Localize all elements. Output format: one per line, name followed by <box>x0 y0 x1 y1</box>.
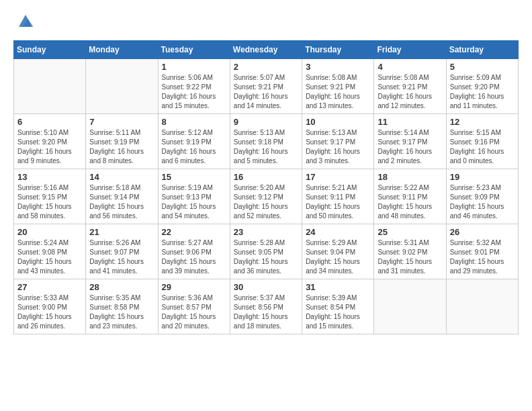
day-detail: Sunrise: 5:12 AM Sunset: 9:19 PM Dayligh… <box>162 128 226 166</box>
day-detail: Sunrise: 5:37 AM Sunset: 8:56 PM Dayligh… <box>234 293 298 331</box>
calendar-cell: 16Sunrise: 5:20 AM Sunset: 9:12 PM Dayli… <box>230 169 302 224</box>
day-number: 18 <box>378 172 442 182</box>
day-number: 23 <box>234 227 298 237</box>
calendar-cell: 18Sunrise: 5:22 AM Sunset: 9:11 PM Dayli… <box>374 169 446 224</box>
day-header-friday: Friday <box>374 41 446 59</box>
calendar-cell: 7Sunrise: 5:11 AM Sunset: 9:19 PM Daylig… <box>86 114 158 169</box>
calendar-week-row: 1Sunrise: 5:06 AM Sunset: 9:22 PM Daylig… <box>14 59 519 114</box>
day-detail: Sunrise: 5:36 AM Sunset: 8:57 PM Dayligh… <box>162 293 226 331</box>
calendar-cell: 10Sunrise: 5:13 AM Sunset: 9:17 PM Dayli… <box>302 114 374 169</box>
day-number: 5 <box>450 62 515 72</box>
day-number: 20 <box>17 227 82 237</box>
day-number: 25 <box>378 227 442 237</box>
day-detail: Sunrise: 5:07 AM Sunset: 9:21 PM Dayligh… <box>234 73 298 111</box>
calendar-week-row: 27Sunrise: 5:33 AM Sunset: 9:00 PM Dayli… <box>14 279 519 334</box>
calendar-cell: 26Sunrise: 5:32 AM Sunset: 9:01 PM Dayli… <box>446 224 518 279</box>
day-detail: Sunrise: 5:31 AM Sunset: 9:02 PM Dayligh… <box>378 238 442 276</box>
day-header-wednesday: Wednesday <box>230 41 302 59</box>
calendar-cell: 17Sunrise: 5:21 AM Sunset: 9:11 PM Dayli… <box>302 169 374 224</box>
day-detail: Sunrise: 5:21 AM Sunset: 9:11 PM Dayligh… <box>306 183 370 221</box>
day-number: 13 <box>17 172 82 182</box>
calendar-cell: 23Sunrise: 5:28 AM Sunset: 9:05 PM Dayli… <box>230 224 302 279</box>
day-detail: Sunrise: 5:22 AM Sunset: 9:11 PM Dayligh… <box>378 183 442 221</box>
calendar-week-row: 20Sunrise: 5:24 AM Sunset: 9:08 PM Dayli… <box>14 224 519 279</box>
day-number: 28 <box>89 282 154 292</box>
day-number: 2 <box>234 62 298 72</box>
day-number: 1 <box>162 62 226 72</box>
day-number: 16 <box>234 172 298 182</box>
calendar-cell: 25Sunrise: 5:31 AM Sunset: 9:02 PM Dayli… <box>374 224 446 279</box>
calendar-cell: 5Sunrise: 5:09 AM Sunset: 9:20 PM Daylig… <box>446 59 518 114</box>
day-number: 19 <box>450 172 515 182</box>
calendar-cell: 14Sunrise: 5:18 AM Sunset: 9:14 PM Dayli… <box>86 169 158 224</box>
calendar-cell <box>446 279 518 334</box>
calendar-table: SundayMondayTuesdayWednesdayThursdayFrid… <box>13 40 519 334</box>
day-detail: Sunrise: 5:15 AM Sunset: 9:16 PM Dayligh… <box>450 128 515 166</box>
day-detail: Sunrise: 5:11 AM Sunset: 9:19 PM Dayligh… <box>89 128 154 166</box>
calendar-cell: 2Sunrise: 5:07 AM Sunset: 9:21 PM Daylig… <box>230 59 302 114</box>
day-number: 26 <box>450 227 515 237</box>
day-number: 14 <box>89 172 154 182</box>
calendar-cell: 15Sunrise: 5:19 AM Sunset: 9:13 PM Dayli… <box>158 169 230 224</box>
calendar-cell: 20Sunrise: 5:24 AM Sunset: 9:08 PM Dayli… <box>14 224 86 279</box>
day-detail: Sunrise: 5:13 AM Sunset: 9:17 PM Dayligh… <box>306 128 370 166</box>
calendar-week-row: 6Sunrise: 5:10 AM Sunset: 9:20 PM Daylig… <box>14 114 519 169</box>
day-detail: Sunrise: 5:08 AM Sunset: 9:21 PM Dayligh… <box>306 73 370 111</box>
calendar-cell: 6Sunrise: 5:10 AM Sunset: 9:20 PM Daylig… <box>14 114 86 169</box>
day-number: 3 <box>306 62 370 72</box>
day-number: 30 <box>234 282 298 292</box>
day-detail: Sunrise: 5:27 AM Sunset: 9:06 PM Dayligh… <box>162 238 226 276</box>
day-header-thursday: Thursday <box>302 41 374 59</box>
calendar-cell <box>14 59 86 114</box>
day-header-monday: Monday <box>86 41 158 59</box>
day-number: 21 <box>89 227 154 237</box>
calendar-cell: 29Sunrise: 5:36 AM Sunset: 8:57 PM Dayli… <box>158 279 230 334</box>
day-number: 9 <box>234 117 298 127</box>
calendar-cell: 21Sunrise: 5:26 AM Sunset: 9:07 PM Dayli… <box>86 224 158 279</box>
day-number: 15 <box>162 172 226 182</box>
calendar-cell: 31Sunrise: 5:39 AM Sunset: 8:54 PM Dayli… <box>302 279 374 334</box>
day-header-sunday: Sunday <box>14 41 86 59</box>
day-number: 8 <box>162 117 226 127</box>
calendar-cell: 28Sunrise: 5:35 AM Sunset: 8:58 PM Dayli… <box>86 279 158 334</box>
logo <box>13 13 35 30</box>
calendar-cell: 30Sunrise: 5:37 AM Sunset: 8:56 PM Dayli… <box>230 279 302 334</box>
calendar-cell: 24Sunrise: 5:29 AM Sunset: 9:04 PM Dayli… <box>302 224 374 279</box>
calendar-cell: 22Sunrise: 5:27 AM Sunset: 9:06 PM Dayli… <box>158 224 230 279</box>
day-detail: Sunrise: 5:26 AM Sunset: 9:07 PM Dayligh… <box>89 238 154 276</box>
day-detail: Sunrise: 5:35 AM Sunset: 8:58 PM Dayligh… <box>89 293 154 331</box>
day-detail: Sunrise: 5:19 AM Sunset: 9:13 PM Dayligh… <box>162 183 226 221</box>
day-detail: Sunrise: 5:28 AM Sunset: 9:05 PM Dayligh… <box>234 238 298 276</box>
calendar-cell <box>374 279 446 334</box>
calendar-cell: 12Sunrise: 5:15 AM Sunset: 9:16 PM Dayli… <box>446 114 518 169</box>
day-detail: Sunrise: 5:13 AM Sunset: 9:18 PM Dayligh… <box>234 128 298 166</box>
calendar-cell: 1Sunrise: 5:06 AM Sunset: 9:22 PM Daylig… <box>158 59 230 114</box>
day-detail: Sunrise: 5:10 AM Sunset: 9:20 PM Dayligh… <box>17 128 82 166</box>
calendar-cell: 8Sunrise: 5:12 AM Sunset: 9:19 PM Daylig… <box>158 114 230 169</box>
calendar-week-row: 13Sunrise: 5:16 AM Sunset: 9:15 PM Dayli… <box>14 169 519 224</box>
day-number: 29 <box>162 282 226 292</box>
day-header-tuesday: Tuesday <box>158 41 230 59</box>
day-detail: Sunrise: 5:20 AM Sunset: 9:12 PM Dayligh… <box>234 183 298 221</box>
day-header-saturday: Saturday <box>446 41 518 59</box>
calendar-cell: 27Sunrise: 5:33 AM Sunset: 9:00 PM Dayli… <box>14 279 86 334</box>
calendar-cell: 11Sunrise: 5:14 AM Sunset: 9:17 PM Dayli… <box>374 114 446 169</box>
calendar-header-row: SundayMondayTuesdayWednesdayThursdayFrid… <box>14 41 519 59</box>
day-number: 22 <box>162 227 226 237</box>
calendar-cell: 3Sunrise: 5:08 AM Sunset: 9:21 PM Daylig… <box>302 59 374 114</box>
day-number: 24 <box>306 227 370 237</box>
calendar-cell: 19Sunrise: 5:23 AM Sunset: 9:09 PM Dayli… <box>446 169 518 224</box>
day-number: 10 <box>306 117 370 127</box>
day-number: 4 <box>378 62 442 72</box>
day-number: 6 <box>17 117 82 127</box>
day-number: 17 <box>306 172 370 182</box>
day-number: 31 <box>306 282 370 292</box>
calendar-cell: 9Sunrise: 5:13 AM Sunset: 9:18 PM Daylig… <box>230 114 302 169</box>
calendar-cell <box>86 59 158 114</box>
day-number: 27 <box>17 282 82 292</box>
day-detail: Sunrise: 5:09 AM Sunset: 9:20 PM Dayligh… <box>450 73 515 111</box>
day-detail: Sunrise: 5:23 AM Sunset: 9:09 PM Dayligh… <box>450 183 515 221</box>
day-detail: Sunrise: 5:39 AM Sunset: 8:54 PM Dayligh… <box>306 293 370 331</box>
day-number: 11 <box>378 117 442 127</box>
day-detail: Sunrise: 5:16 AM Sunset: 9:15 PM Dayligh… <box>17 183 82 221</box>
